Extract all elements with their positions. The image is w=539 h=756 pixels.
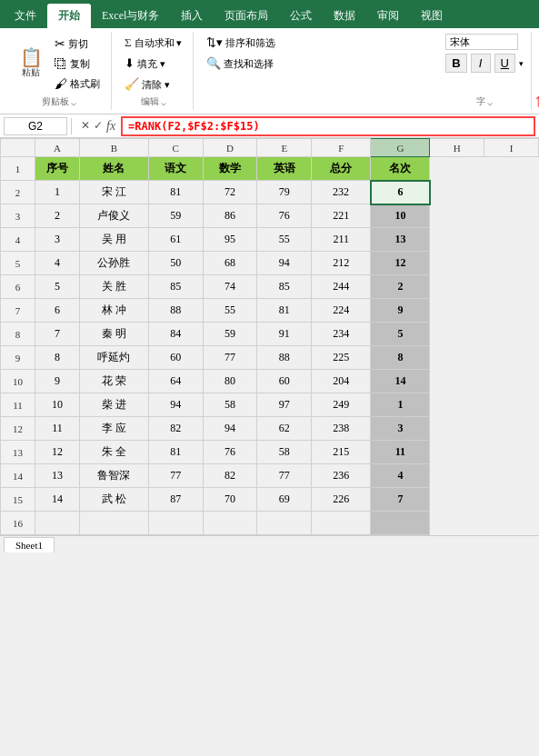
row-header[interactable]: 1 <box>1 157 35 181</box>
table-cell[interactable]: 88 <box>148 299 203 323</box>
table-cell[interactable] <box>257 512 312 535</box>
tab-view[interactable]: 视图 <box>410 4 454 28</box>
table-cell[interactable]: 12 <box>371 252 430 275</box>
row-header[interactable]: 14 <box>1 464 35 488</box>
table-cell[interactable]: 204 <box>312 370 371 393</box>
table-cell[interactable]: 秦 明 <box>79 323 148 346</box>
table-cell[interactable]: 225 <box>312 346 371 370</box>
confirm-formula-icon[interactable]: ✓ <box>94 119 103 133</box>
row-header[interactable]: 11 <box>1 393 35 417</box>
tab-home[interactable]: 开始 <box>47 4 91 28</box>
row-header[interactable]: 12 <box>1 417 35 441</box>
row-header[interactable]: 10 <box>1 370 35 393</box>
tab-review[interactable]: 审阅 <box>366 4 410 28</box>
fill-button[interactable]: ⬇ 填充 ▾ <box>121 55 169 73</box>
sheet-tab-1[interactable]: Sheet1 <box>4 537 55 552</box>
table-cell[interactable]: 77 <box>148 464 203 488</box>
table-cell[interactable]: 68 <box>203 252 257 275</box>
table-cell[interactable]: 8 <box>371 346 430 370</box>
table-cell[interactable]: 80 <box>203 370 257 393</box>
table-cell[interactable]: 吴 用 <box>79 228 148 252</box>
tab-file[interactable]: 文件 <box>4 4 47 28</box>
clipboard-expand-icon[interactable]: ⌵ <box>71 97 76 107</box>
table-cell[interactable]: 86 <box>203 204 257 228</box>
table-cell[interactable]: 总分 <box>312 157 371 181</box>
table-cell[interactable]: 61 <box>148 228 203 252</box>
table-cell[interactable]: 5 <box>35 275 80 299</box>
table-cell[interactable] <box>35 512 80 535</box>
table-cell[interactable]: 85 <box>257 275 312 299</box>
table-cell[interactable]: 85 <box>148 275 203 299</box>
row-header[interactable]: 2 <box>1 181 35 204</box>
table-cell[interactable]: 97 <box>257 393 312 417</box>
table-cell[interactable]: 姓名 <box>79 157 148 181</box>
table-cell[interactable]: 1 <box>35 181 80 204</box>
table-cell[interactable]: 宋 江 <box>79 181 148 204</box>
table-cell[interactable]: 6 <box>35 299 80 323</box>
table-cell[interactable]: 60 <box>148 346 203 370</box>
table-cell[interactable]: 2 <box>371 275 430 299</box>
table-cell[interactable]: 64 <box>148 370 203 393</box>
table-cell[interactable]: 94 <box>257 252 312 275</box>
table-cell[interactable]: 关 胜 <box>79 275 148 299</box>
table-cell[interactable]: 12 <box>35 441 80 464</box>
table-cell[interactable]: 212 <box>312 252 371 275</box>
tab-formula[interactable]: 公式 <box>279 4 323 28</box>
row-header[interactable]: 7 <box>1 299 35 323</box>
table-cell[interactable]: 4 <box>371 464 430 488</box>
find-select-button[interactable]: 🔍 查找和选择 <box>203 55 277 73</box>
edit-expand-icon[interactable]: ⌵ <box>161 97 166 107</box>
autosum-button[interactable]: Σ 自动求和 ▾ <box>121 34 185 52</box>
table-cell[interactable]: 8 <box>35 346 80 370</box>
row-header[interactable]: 5 <box>1 252 35 275</box>
table-cell[interactable]: 呼延灼 <box>79 346 148 370</box>
paste-button[interactable]: 📋 粘贴 <box>15 46 47 81</box>
table-cell[interactable]: 语文 <box>148 157 203 181</box>
table-cell[interactable]: 鲁智深 <box>79 464 148 488</box>
col-header-a[interactable]: A <box>35 139 80 157</box>
cell-ref-input[interactable] <box>4 117 67 135</box>
table-cell[interactable]: 87 <box>148 488 203 512</box>
table-cell[interactable]: 62 <box>257 417 312 441</box>
table-cell[interactable]: 武 松 <box>79 488 148 512</box>
copy-button[interactable]: ⿻ 复制 <box>51 55 104 74</box>
table-cell[interactable]: 卢俊义 <box>79 204 148 228</box>
table-cell[interactable]: 238 <box>312 417 371 441</box>
tab-page-layout[interactable]: 页面布局 <box>214 4 279 28</box>
table-cell[interactable]: 李 应 <box>79 417 148 441</box>
table-cell[interactable]: 3 <box>371 417 430 441</box>
table-cell[interactable]: 72 <box>203 181 257 204</box>
table-cell[interactable]: 55 <box>203 299 257 323</box>
table-cell[interactable]: 91 <box>257 323 312 346</box>
col-header-g[interactable]: G <box>371 139 430 157</box>
table-cell[interactable]: 95 <box>203 228 257 252</box>
table-cell[interactable]: 77 <box>203 346 257 370</box>
table-cell[interactable]: 林 冲 <box>79 299 148 323</box>
table-cell[interactable] <box>203 512 257 535</box>
table-cell[interactable]: 5 <box>371 323 430 346</box>
table-cell[interactable]: 序号 <box>35 157 80 181</box>
table-cell[interactable]: 59 <box>203 323 257 346</box>
table-cell[interactable]: 13 <box>371 228 430 252</box>
col-header-c[interactable]: C <box>148 139 203 157</box>
table-cell[interactable]: 82 <box>148 417 203 441</box>
table-cell[interactable]: 81 <box>257 299 312 323</box>
table-cell[interactable]: 名次 <box>371 157 430 181</box>
table-cell[interactable]: 58 <box>203 393 257 417</box>
table-cell[interactable]: 55 <box>257 228 312 252</box>
table-cell[interactable]: 花 荣 <box>79 370 148 393</box>
table-cell[interactable]: 74 <box>203 275 257 299</box>
table-cell[interactable]: 3 <box>35 228 80 252</box>
table-cell[interactable]: 249 <box>312 393 371 417</box>
table-cell[interactable]: 94 <box>203 417 257 441</box>
row-header[interactable]: 9 <box>1 346 35 370</box>
table-cell[interactable]: 76 <box>257 204 312 228</box>
table-cell[interactable]: 7 <box>35 323 80 346</box>
table-cell[interactable]: 81 <box>148 181 203 204</box>
font-expand-icon[interactable]: ⌵ <box>487 97 493 107</box>
table-cell[interactable]: 50 <box>148 252 203 275</box>
tab-excel-finance[interactable]: Excel与财务 <box>91 4 170 28</box>
table-cell[interactable]: 70 <box>203 488 257 512</box>
insert-function-icon[interactable]: fx <box>106 119 115 134</box>
tab-data[interactable]: 数据 <box>323 4 366 28</box>
